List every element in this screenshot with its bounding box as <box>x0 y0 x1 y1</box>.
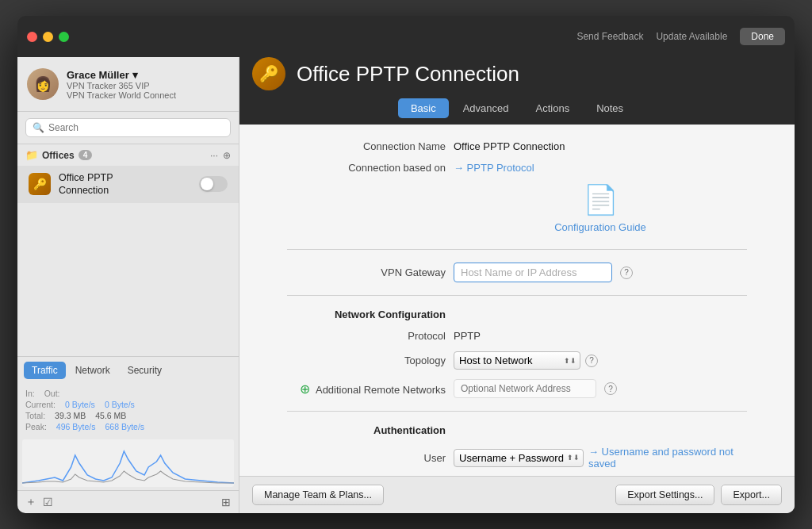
search-icon: 🔍 <box>33 122 44 133</box>
config-guide-icon: 📄 <box>583 183 619 217</box>
sidebar-tab-network[interactable]: Network <box>67 362 118 379</box>
user-info: Grace Müller ▾ VPN Tracker 365 VIP VPN T… <box>67 69 176 100</box>
additional-remote-help-icon[interactable]: ? <box>604 382 617 395</box>
separator-1 <box>287 249 747 250</box>
user-select-wrapper: Username + Password Certificate Username… <box>454 449 584 467</box>
pptp-protocol-link[interactable]: → PPTP Protocol <box>454 162 534 174</box>
main-content: 👩 Grace Müller ▾ VPN Tracker 365 VIP VPN… <box>17 57 795 513</box>
topology-select-wrapper: Host to Network Host Network Network to … <box>454 351 580 370</box>
sidebar: 👩 Grace Müller ▾ VPN Tracker 365 VIP VPN… <box>17 57 239 513</box>
connection-status-button[interactable]: ☑ <box>43 496 53 508</box>
peak-in: 496 Byte/s <box>56 422 96 431</box>
connection-name-value: Office PPTP Connection <box>454 140 565 152</box>
manage-team-button[interactable]: Manage Team & Plans... <box>252 485 384 505</box>
current-label: Current: <box>25 400 56 409</box>
group-expand-button[interactable]: ⊕ <box>223 150 231 161</box>
topology-row: Topology Host to Network Host Network Ne… <box>287 351 747 370</box>
bottom-left: Manage Team & Plans... <box>252 485 384 505</box>
user-auth-select[interactable]: Username + Password Certificate Username… <box>454 449 584 467</box>
group-header: 📁 Offices 4 ··· ⊕ <box>17 144 239 166</box>
protocol-row: Protocol PPTP <box>287 330 747 342</box>
tab-notes[interactable]: Notes <box>584 98 636 118</box>
export-settings-button[interactable]: Export Settings... <box>615 485 714 505</box>
stats-in-label: In: <box>25 389 35 398</box>
done-button[interactable]: Done <box>740 28 785 45</box>
additional-remote-row: ⊕ Additional Remote Networks ? <box>287 379 747 398</box>
total-out: 45.6 MB <box>95 411 126 420</box>
current-in: 0 Byte/s <box>65 400 95 409</box>
stats-total-row: Total: 39.3 MB 45.6 MB <box>25 411 231 420</box>
user-row: User Username + Password Certificate Use… <box>287 446 747 470</box>
total-label: Total: <box>25 411 45 420</box>
main-panel: 🔑 Office PPTP Connection Basic Advanced … <box>239 57 795 513</box>
vpn-gateway-help-icon[interactable]: ? <box>620 266 633 279</box>
search-input[interactable] <box>48 122 224 133</box>
vpn-toggle[interactable] <box>199 176 228 192</box>
config-guide-area: 📄 Configuration Guide <box>454 183 747 233</box>
separator-2 <box>287 295 747 296</box>
main-window: Send Feedback Update Available Done 👩 Gr… <box>17 16 795 513</box>
protocol-label: Protocol <box>287 330 446 342</box>
username-not-saved-link[interactable]: → Username and password not saved <box>588 446 747 470</box>
group-more-button[interactable]: ··· <box>210 150 218 161</box>
tab-actions[interactable]: Actions <box>523 98 583 118</box>
stats-in-row: In: Out: <box>25 389 231 398</box>
network-config-label: Network Configuration <box>287 309 446 320</box>
traffic-stats: In: Out: Current: 0 Byte/s 0 Byte/s Tota… <box>17 384 239 436</box>
tab-advanced[interactable]: Advanced <box>450 98 522 118</box>
search-bar: 🔍 <box>17 112 239 144</box>
user-plan1: VPN Tracker 365 VIP <box>67 81 176 90</box>
export-button[interactable]: Export... <box>721 485 782 505</box>
group-count: 4 <box>79 150 93 160</box>
peak-out: 668 Byte/s <box>105 422 144 431</box>
send-feedback-link[interactable]: Send Feedback <box>576 31 643 42</box>
sidebar-tab-security[interactable]: Security <box>120 362 170 379</box>
additional-remote-input[interactable] <box>454 379 596 398</box>
main-header: 🔑 Office PPTP Connection <box>239 57 795 98</box>
vpn-gateway-row: VPN Gateway ? <box>287 263 747 282</box>
user-plan2: VPN Tracker World Connect <box>67 90 176 100</box>
sidebar-tabs: Traffic Network Security <box>17 357 239 384</box>
topology-help-icon[interactable]: ? <box>585 355 598 367</box>
user-label: User <box>287 452 446 464</box>
group-name: Offices <box>42 150 75 161</box>
sidebar-bottom: Traffic Network Security In: Out: Curren… <box>17 356 239 513</box>
current-out: 0 Byte/s <box>105 400 135 409</box>
bottom-right: Export Settings... Export... <box>615 485 782 505</box>
sidebar-expand-button[interactable]: ⊞ <box>221 496 231 508</box>
topology-select[interactable]: Host to Network Host Network Network to … <box>454 351 580 370</box>
fullscreen-button[interactable] <box>59 32 69 42</box>
tabs-bar: Basic Advanced Actions Notes <box>239 98 795 125</box>
topology-label: Topology <box>287 355 446 366</box>
additional-remote-label: ⊕ Additional Remote Networks <box>287 381 446 397</box>
traffic-chart <box>22 439 234 487</box>
stats-out-label: Out: <box>44 389 60 398</box>
vpn-item-label: Office PPTP Connection <box>59 171 191 197</box>
topology-select-wrap: Host to Network Host Network Network to … <box>454 351 598 370</box>
separator-3 <box>287 411 747 412</box>
vpn-gateway-input[interactable] <box>454 263 612 282</box>
connection-name-row: Connection Name Office PPTP Connection <box>287 140 747 152</box>
search-wrap[interactable]: 🔍 <box>25 118 231 137</box>
protocol-value: PPTP <box>454 330 481 342</box>
add-network-button[interactable]: ⊕ <box>300 382 310 396</box>
vpn-header-icon: 🔑 <box>252 57 285 90</box>
minimize-button[interactable] <box>43 32 53 42</box>
user-select-wrap: Username + Password Certificate Username… <box>454 446 747 470</box>
update-available-link[interactable]: Update Available <box>656 31 727 42</box>
total-in: 39.3 MB <box>55 411 86 420</box>
main-title: Office PPTP Connection <box>297 62 519 86</box>
titlebar-actions: Send Feedback Update Available Done <box>576 28 785 45</box>
close-button[interactable] <box>27 32 37 42</box>
vpn-list-item[interactable]: 🔑 Office PPTP Connection <box>17 166 239 203</box>
chevron-down-icon[interactable]: ▾ <box>132 69 138 81</box>
sidebar-tab-traffic[interactable]: Traffic <box>24 362 66 379</box>
config-guide-link[interactable]: Configuration Guide <box>554 221 646 233</box>
titlebar: Send Feedback Update Available Done <box>17 16 795 57</box>
traffic-lights <box>27 32 69 42</box>
stats-current-row: Current: 0 Byte/s 0 Byte/s <box>25 400 231 409</box>
tab-basic[interactable]: Basic <box>398 98 449 118</box>
add-connection-button[interactable]: ＋ <box>25 495 36 509</box>
folder-icon: 📁 <box>25 149 38 161</box>
vpn-item-icon: 🔑 <box>29 173 51 195</box>
